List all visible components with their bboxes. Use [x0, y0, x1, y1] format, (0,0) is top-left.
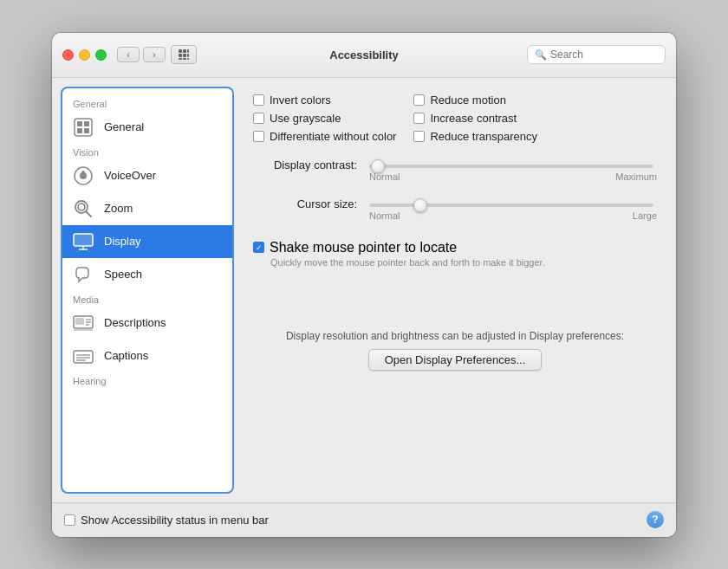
search-box[interactable]: 🔍: [527, 45, 666, 64]
svg-rect-10: [77, 121, 82, 126]
svg-rect-5: [187, 54, 189, 57]
svg-rect-4: [183, 54, 186, 57]
grayscale-item: Use grayscale: [253, 112, 396, 125]
increase-contrast-label: Increase contrast: [430, 112, 517, 125]
general-icon: [71, 115, 95, 139]
invert-colors-item: Invert colors: [253, 94, 396, 107]
display-contrast-slider-container: [369, 163, 653, 166]
sidebar-item-voiceover-label: VoiceOver: [104, 169, 156, 182]
display-contrast-track: [369, 165, 653, 168]
svg-rect-7: [183, 58, 186, 60]
cursor-size-row: Cursor size: Normal Large: [253, 197, 657, 221]
accessibility-window: ‹ › Accessibility 🔍 General: [52, 33, 676, 537]
sidebar-item-voiceover[interactable]: VoiceOver: [62, 159, 232, 192]
search-input[interactable]: [550, 48, 658, 61]
sidebar-item-descriptions[interactable]: Descriptions: [62, 307, 232, 339]
sidebar-item-display-label: Display: [104, 235, 141, 248]
svg-rect-13: [84, 128, 89, 133]
differentiate-label: Differentiate without color: [270, 130, 396, 143]
maximize-button[interactable]: [95, 49, 107, 61]
show-status-row: Show Accessibility status in menu bar: [64, 514, 269, 527]
svg-point-18: [78, 204, 85, 210]
svg-rect-1: [183, 49, 186, 53]
back-button[interactable]: ‹: [117, 47, 140, 62]
content-area: General General Vision: [52, 78, 676, 502]
display-contrast-thumb[interactable]: [371, 159, 385, 173]
svg-line-19: [87, 211, 92, 217]
sidebar-section-general-label: General: [62, 95, 232, 111]
sidebar-item-general[interactable]: General: [62, 111, 232, 144]
captions-icon: [71, 344, 95, 368]
sidebar-item-captions[interactable]: Captions: [62, 339, 232, 372]
shake-section: Shake mouse pointer to locate Quickly mo…: [253, 240, 657, 268]
speech-icon: [71, 262, 95, 287]
cursor-size-range-labels: Normal Large: [369, 210, 657, 221]
grayscale-label: Use grayscale: [270, 112, 341, 125]
display-contrast-label-row: Display contrast:: [253, 158, 657, 171]
minimize-button[interactable]: [79, 49, 90, 61]
svg-point-16: [81, 171, 85, 174]
forward-button[interactable]: ›: [143, 47, 166, 62]
display-pref-section: Display resolution and brightness can be…: [253, 313, 657, 371]
svg-rect-9: [75, 119, 92, 136]
shake-label: Shake mouse pointer to locate: [270, 240, 457, 255]
reduce-transparency-checkbox[interactable]: [413, 131, 425, 142]
reduce-transparency-label: Reduce transparency: [430, 130, 537, 143]
nav-buttons: ‹ ›: [117, 47, 166, 62]
sidebar-item-speech-label: Speech: [104, 268, 142, 281]
window-title: Accessibility: [329, 48, 399, 61]
bottom-bar: Show Accessibility status in menu bar ?: [52, 502, 676, 537]
checkboxes-left: Invert colors Use grayscale Differentiat…: [253, 94, 396, 143]
checkboxes-right: Reduce motion Increase contrast Reduce t…: [413, 94, 537, 143]
grayscale-checkbox[interactable]: [253, 113, 264, 124]
svg-rect-0: [179, 49, 182, 53]
zoom-icon: [71, 197, 95, 221]
svg-rect-25: [75, 318, 84, 325]
display-contrast-range-labels: Normal Maximum: [369, 171, 657, 182]
sidebar: General General Vision: [61, 87, 234, 494]
open-display-prefs-button[interactable]: Open Display Preferences...: [368, 349, 543, 371]
help-button[interactable]: ?: [647, 511, 664, 528]
increase-contrast-item: Increase contrast: [413, 112, 537, 125]
grid-button[interactable]: [171, 45, 197, 64]
display-contrast-left-label: Normal: [369, 171, 400, 182]
invert-colors-checkbox[interactable]: [253, 94, 264, 106]
sidebar-item-captions-label: Captions: [104, 349, 148, 362]
cursor-size-track: [369, 204, 653, 207]
display-contrast-right-label: Maximum: [615, 171, 657, 182]
cursor-size-right-label: Large: [633, 210, 657, 221]
display-contrast-row: Display contrast: Normal Maximum: [253, 158, 657, 182]
svg-rect-3: [179, 54, 182, 57]
close-button[interactable]: [62, 49, 74, 61]
sidebar-item-speech[interactable]: Speech: [62, 258, 232, 291]
invert-colors-label: Invert colors: [270, 94, 331, 107]
titlebar: ‹ › Accessibility 🔍: [52, 33, 676, 78]
show-accessibility-label: Show Accessibility status in menu bar: [81, 514, 269, 527]
cursor-size-label: Cursor size:: [253, 197, 357, 210]
display-pref-text: Display resolution and brightness can be…: [286, 330, 624, 342]
reduce-motion-checkbox[interactable]: [413, 94, 425, 106]
svg-rect-11: [84, 121, 89, 126]
show-accessibility-checkbox[interactable]: [64, 514, 75, 526]
sidebar-item-display[interactable]: Display: [62, 225, 232, 258]
svg-rect-12: [77, 128, 82, 133]
shake-checkbox[interactable]: [253, 242, 264, 253]
descriptions-icon: [71, 311, 95, 335]
search-icon: 🔍: [535, 49, 547, 61]
voiceover-icon: [71, 164, 95, 188]
svg-rect-30: [74, 351, 93, 363]
sidebar-item-zoom[interactable]: Zoom: [62, 192, 232, 225]
sidebar-section-vision-label: Vision: [62, 144, 232, 159]
checkboxes-row: Invert colors Use grayscale Differentiat…: [253, 94, 657, 143]
differentiate-checkbox[interactable]: [253, 131, 264, 142]
sidebar-item-general-label: General: [104, 120, 144, 133]
svg-rect-21: [74, 234, 93, 246]
svg-rect-8: [187, 58, 189, 60]
svg-rect-6: [179, 58, 182, 60]
shake-description: Quickly move the mouse pointer back and …: [270, 257, 657, 268]
cursor-size-left-label: Normal: [369, 210, 400, 221]
cursor-size-thumb[interactable]: [413, 198, 427, 212]
reduce-transparency-item: Reduce transparency: [413, 130, 537, 143]
sidebar-section-media-label: Media: [62, 291, 232, 307]
increase-contrast-checkbox[interactable]: [413, 113, 425, 124]
